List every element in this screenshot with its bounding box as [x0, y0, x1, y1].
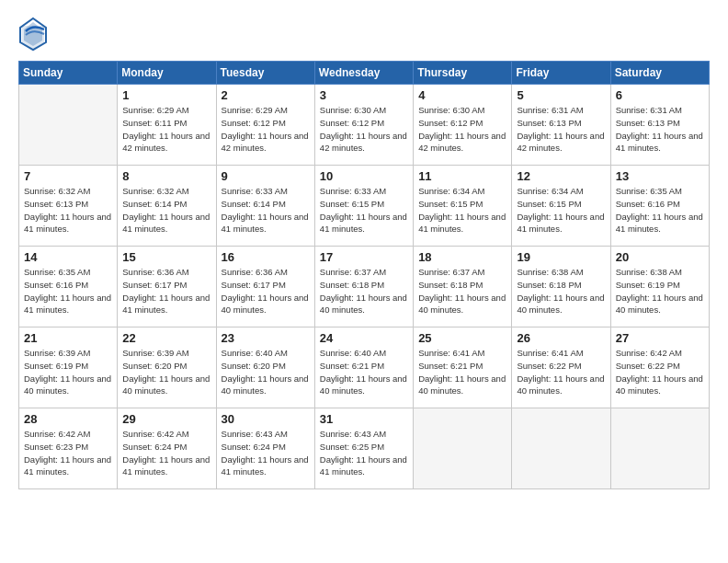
day-info: Sunrise: 6:42 AM Sunset: 6:24 PM Dayligh…: [122, 428, 210, 478]
sunrise: Sunrise: 6:39 AM: [24, 348, 90, 358]
day-number: 15: [122, 250, 210, 264]
calendar-cell: [19, 85, 118, 166]
day-number: 11: [418, 169, 506, 183]
daylight: Daylight: 11 hours and 40 minutes.: [616, 373, 703, 396]
calendar-cell: 29 Sunrise: 6:42 AM Sunset: 6:24 PM Dayl…: [118, 408, 216, 489]
sunset: Sunset: 6:16 PM: [616, 199, 680, 209]
calendar-table: SundayMondayTuesdayWednesdayThursdayFrid…: [18, 61, 710, 489]
day-info: Sunrise: 6:35 AM Sunset: 6:16 PM Dayligh…: [24, 266, 112, 316]
calendar-cell: 14 Sunrise: 6:35 AM Sunset: 6:16 PM Dayl…: [19, 247, 118, 327]
day-number: 14: [24, 250, 112, 264]
day-number: 17: [320, 250, 408, 264]
day-number: 23: [222, 331, 310, 345]
calendar-cell: 16 Sunrise: 6:36 AM Sunset: 6:17 PM Dayl…: [216, 247, 314, 327]
day-number: 22: [122, 331, 210, 345]
sunset: Sunset: 6:14 PM: [122, 199, 187, 209]
sunset: Sunset: 6:17 PM: [222, 280, 286, 290]
sunrise: Sunrise: 6:41 AM: [418, 348, 484, 358]
calendar-cell: [414, 408, 512, 489]
day-info: Sunrise: 6:38 AM Sunset: 6:18 PM Dayligh…: [517, 266, 605, 316]
daylight: Daylight: 11 hours and 40 minutes.: [24, 373, 111, 396]
day-info: Sunrise: 6:34 AM Sunset: 6:15 PM Dayligh…: [517, 185, 605, 236]
daylight: Daylight: 11 hours and 42 minutes.: [418, 131, 506, 154]
day-info: Sunrise: 6:42 AM Sunset: 6:23 PM Dayligh…: [24, 428, 112, 478]
calendar-week-row: 1 Sunrise: 6:29 AM Sunset: 6:11 PM Dayli…: [19, 85, 710, 166]
calendar-cell: 1 Sunrise: 6:29 AM Sunset: 6:11 PM Dayli…: [118, 85, 216, 166]
sunset: Sunset: 6:14 PM: [222, 199, 286, 209]
sunrise: Sunrise: 6:30 AM: [320, 105, 386, 115]
calendar-week-row: 21 Sunrise: 6:39 AM Sunset: 6:19 PM Dayl…: [19, 327, 710, 408]
day-number: 18: [418, 250, 506, 264]
weekday-header: Monday: [118, 62, 216, 85]
day-number: 2: [222, 88, 310, 102]
day-number: 29: [122, 412, 210, 426]
day-number: 26: [517, 331, 605, 345]
daylight: Daylight: 11 hours and 41 minutes.: [616, 212, 703, 235]
sunrise: Sunrise: 6:35 AM: [24, 267, 90, 277]
daylight: Daylight: 11 hours and 41 minutes.: [616, 131, 703, 154]
day-number: 6: [616, 88, 704, 102]
logo: [18, 17, 50, 52]
sunrise: Sunrise: 6:37 AM: [320, 267, 386, 277]
sunset: Sunset: 6:22 PM: [517, 361, 581, 371]
calendar-cell: 11 Sunrise: 6:34 AM Sunset: 6:15 PM Dayl…: [414, 166, 512, 247]
day-info: Sunrise: 6:41 AM Sunset: 6:21 PM Dayligh…: [418, 347, 506, 397]
day-number: 7: [24, 169, 112, 183]
calendar-cell: 4 Sunrise: 6:30 AM Sunset: 6:12 PM Dayli…: [414, 85, 512, 166]
sunrise: Sunrise: 6:38 AM: [517, 267, 583, 277]
day-info: Sunrise: 6:41 AM Sunset: 6:22 PM Dayligh…: [517, 347, 605, 397]
sunrise: Sunrise: 6:37 AM: [418, 267, 484, 277]
daylight: Daylight: 11 hours and 40 minutes.: [222, 293, 309, 316]
day-number: 20: [616, 250, 704, 264]
day-info: Sunrise: 6:43 AM Sunset: 6:25 PM Dayligh…: [320, 428, 408, 478]
day-info: Sunrise: 6:31 AM Sunset: 6:13 PM Dayligh…: [517, 104, 605, 155]
day-number: 24: [320, 331, 408, 345]
day-info: Sunrise: 6:33 AM Sunset: 6:14 PM Dayligh…: [222, 185, 310, 236]
day-number: 21: [24, 331, 112, 345]
daylight: Daylight: 11 hours and 41 minutes.: [122, 293, 210, 316]
day-info: Sunrise: 6:35 AM Sunset: 6:16 PM Dayligh…: [616, 185, 704, 236]
day-number: 1: [122, 88, 210, 102]
sunrise: Sunrise: 6:31 AM: [616, 105, 682, 115]
day-number: 3: [320, 88, 408, 102]
calendar-cell: [610, 408, 709, 489]
day-info: Sunrise: 6:38 AM Sunset: 6:19 PM Dayligh…: [616, 266, 704, 316]
day-info: Sunrise: 6:39 AM Sunset: 6:20 PM Dayligh…: [122, 347, 210, 397]
sunset: Sunset: 6:17 PM: [122, 280, 187, 290]
day-info: Sunrise: 6:34 AM Sunset: 6:15 PM Dayligh…: [418, 185, 506, 236]
sunrise: Sunrise: 6:43 AM: [320, 429, 386, 439]
calendar-cell: 23 Sunrise: 6:40 AM Sunset: 6:20 PM Dayl…: [216, 327, 314, 408]
weekday-header: Thursday: [414, 62, 512, 85]
sunset: Sunset: 6:16 PM: [24, 280, 88, 290]
day-number: 16: [222, 250, 310, 264]
calendar-cell: 18 Sunrise: 6:37 AM Sunset: 6:18 PM Dayl…: [414, 247, 512, 327]
daylight: Daylight: 11 hours and 41 minutes.: [222, 212, 309, 235]
calendar-cell: 7 Sunrise: 6:32 AM Sunset: 6:13 PM Dayli…: [19, 166, 118, 247]
sunrise: Sunrise: 6:40 AM: [320, 348, 386, 358]
sunrise: Sunrise: 6:32 AM: [24, 186, 90, 196]
sunset: Sunset: 6:15 PM: [418, 199, 483, 209]
calendar-cell: 8 Sunrise: 6:32 AM Sunset: 6:14 PM Dayli…: [118, 166, 216, 247]
weekday-header: Wednesday: [314, 62, 413, 85]
daylight: Daylight: 11 hours and 40 minutes.: [122, 373, 210, 396]
daylight: Daylight: 11 hours and 41 minutes.: [517, 212, 604, 235]
day-number: 9: [222, 169, 310, 183]
sunset: Sunset: 6:22 PM: [616, 361, 680, 371]
calendar-cell: 31 Sunrise: 6:43 AM Sunset: 6:25 PM Dayl…: [314, 408, 413, 489]
daylight: Daylight: 11 hours and 41 minutes.: [122, 212, 210, 235]
calendar-cell: 15 Sunrise: 6:36 AM Sunset: 6:17 PM Dayl…: [118, 247, 216, 327]
sunset: Sunset: 6:13 PM: [616, 118, 680, 128]
sunset: Sunset: 6:19 PM: [616, 280, 680, 290]
day-info: Sunrise: 6:37 AM Sunset: 6:18 PM Dayligh…: [418, 266, 506, 316]
day-info: Sunrise: 6:40 AM Sunset: 6:21 PM Dayligh…: [320, 347, 408, 397]
sunset: Sunset: 6:12 PM: [418, 118, 483, 128]
daylight: Daylight: 11 hours and 42 minutes.: [122, 131, 210, 154]
sunrise: Sunrise: 6:36 AM: [122, 267, 188, 277]
daylight: Daylight: 11 hours and 40 minutes.: [222, 373, 309, 396]
calendar-cell: 12 Sunrise: 6:34 AM Sunset: 6:15 PM Dayl…: [512, 166, 610, 247]
daylight: Daylight: 11 hours and 41 minutes.: [418, 212, 506, 235]
day-number: 8: [122, 169, 210, 183]
daylight: Daylight: 11 hours and 42 minutes.: [517, 131, 604, 154]
daylight: Daylight: 11 hours and 41 minutes.: [122, 454, 210, 477]
daylight: Daylight: 11 hours and 41 minutes.: [24, 454, 111, 477]
